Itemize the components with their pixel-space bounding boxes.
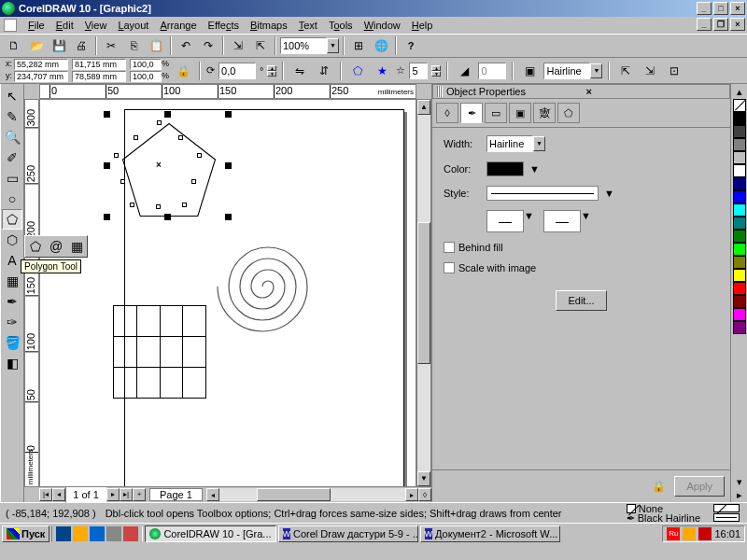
convert-curves-button[interactable]: ⊡ <box>664 61 684 81</box>
tray-icon-1[interactable] <box>683 527 696 540</box>
last-page-button[interactable]: ▸| <box>120 488 133 501</box>
swatch-green[interactable] <box>733 230 746 243</box>
outline-width-panel-value[interactable]: Hairline <box>486 135 533 152</box>
chevron-down-icon[interactable]: ▼ <box>533 136 545 151</box>
grip-icon[interactable] <box>437 86 443 97</box>
pentagon-shape[interactable]: × <box>113 119 225 221</box>
menu-layout[interactable]: Layout <box>112 18 154 33</box>
star-shape-button[interactable]: ★ <box>372 61 392 81</box>
swatch-teal[interactable] <box>733 217 746 230</box>
mirror-v-button[interactable]: ⇵ <box>314 61 334 81</box>
apply-button[interactable]: Apply <box>674 476 725 497</box>
scroll-right-button[interactable]: ▸ <box>405 488 418 501</box>
behind-fill-checkbox[interactable]: Behind fill <box>444 242 719 253</box>
menu-arrange[interactable]: Arrange <box>154 18 202 33</box>
wrap-button[interactable]: ▣ <box>519 61 540 81</box>
scale-with-image-checkbox[interactable]: Scale with image <box>444 262 719 273</box>
swatch-white[interactable] <box>733 164 746 177</box>
tab-detail[interactable]: ▣ <box>509 103 531 123</box>
ellipse-tool[interactable]: ○ <box>2 189 22 209</box>
to-back-button[interactable]: ⇲ <box>640 61 660 81</box>
pick-tool[interactable]: ↖ <box>2 86 22 106</box>
paste-button[interactable]: 📋 <box>146 35 166 56</box>
swatch-silver[interactable] <box>733 151 746 164</box>
swatch-magenta[interactable] <box>733 308 746 321</box>
sharpness-field[interactable]: 0 <box>478 63 506 79</box>
page-tab[interactable]: Page 1 <box>149 488 203 501</box>
chevron-down-icon[interactable]: ▼ <box>590 63 602 78</box>
document-icon[interactable] <box>4 19 17 32</box>
menu-view[interactable]: View <box>79 18 113 33</box>
y-position-field[interactable]: 234,707 mm <box>14 71 68 82</box>
swatch-none[interactable] <box>733 99 746 112</box>
swatch-black[interactable] <box>733 112 746 125</box>
outline-style-well[interactable] <box>486 186 599 201</box>
zoom-combo[interactable]: 100% ▼ <box>280 37 339 54</box>
corel-online-button[interactable]: 🌐 <box>371 35 391 56</box>
ql-ie-icon[interactable] <box>56 526 71 541</box>
width-field[interactable]: 81,715 mm <box>72 59 126 70</box>
interactive-tool[interactable]: ◧ <box>2 353 22 373</box>
copy-button[interactable]: ⎘ <box>123 35 144 56</box>
chevron-down-icon[interactable]: ▼ <box>604 188 614 199</box>
swatch-red[interactable] <box>733 282 746 295</box>
lock-ratio-button[interactable]: 🔒 <box>173 61 193 81</box>
edit-button[interactable]: Edit... <box>556 290 606 311</box>
status-fill-swatch[interactable] <box>713 504 740 512</box>
swatch-lime[interactable] <box>733 243 746 256</box>
height-field[interactable]: 78,589 mm <box>72 71 126 82</box>
freehand-tool[interactable]: ✐ <box>2 147 22 168</box>
task-word1[interactable]: WCorel Draw дастури 5-9 - ... <box>278 525 418 542</box>
scroll-corner[interactable]: ◊ <box>418 488 431 501</box>
swatch-blue[interactable] <box>733 190 746 203</box>
palette-up-button[interactable]: ▴ <box>737 86 742 99</box>
rectangle-tool[interactable]: ▭ <box>2 168 22 189</box>
swatch-yellow[interactable] <box>733 269 746 282</box>
text-tool[interactable]: A <box>2 250 22 271</box>
drawing-canvas[interactable]: × <box>39 99 416 487</box>
x-position-field[interactable]: 55,282 mm <box>14 59 68 70</box>
tab-internet[interactable]: 🕸 <box>533 103 556 123</box>
tab-fill[interactable]: ◊ <box>436 103 458 123</box>
zoom-value[interactable]: 100% <box>280 37 327 54</box>
ql-desktop-icon[interactable] <box>90 526 105 541</box>
task-word2[interactable]: WДокумент2 - Microsoft W... <box>420 525 560 542</box>
print-button[interactable]: 🖨 <box>71 35 92 56</box>
panel-titlebar[interactable]: Object Properties × <box>432 84 730 99</box>
first-page-button[interactable]: |◂ <box>39 488 52 501</box>
ql-oe-icon[interactable] <box>73 526 88 541</box>
polygon-tool[interactable]: ⬠ <box>2 209 22 230</box>
mdi-restore-button[interactable]: ❐ <box>713 18 728 31</box>
swatch-navy[interactable] <box>733 177 746 190</box>
chevron-down-icon[interactable]: ▼ <box>581 210 591 232</box>
vertical-scrollbar[interactable]: ▲ ▼ <box>416 99 431 487</box>
fill-tool[interactable]: 🪣 <box>2 332 22 353</box>
cut-button[interactable]: ✂ <box>101 35 121 56</box>
eyedropper-tool[interactable]: ✒ <box>2 291 22 312</box>
outline-width-combo-panel[interactable]: Hairline ▼ <box>486 135 545 152</box>
vertical-ruler[interactable]: 300 250 200 150 100 50 0 millimeters <box>24 99 39 487</box>
mdi-minimize-button[interactable]: _ <box>697 18 712 31</box>
outline-color-well[interactable] <box>486 161 524 176</box>
add-page-button[interactable]: + <box>133 488 146 501</box>
mirror-h-button[interactable]: ⇋ <box>289 61 310 81</box>
polygon-shape-button[interactable]: ⬠ <box>347 61 368 81</box>
menu-bitmaps[interactable]: Bitmaps <box>245 18 293 33</box>
chevron-down-icon[interactable]: ▼ <box>529 163 540 175</box>
palette-down-button[interactable]: ▾ <box>737 476 742 489</box>
redo-button[interactable]: ↷ <box>198 35 218 56</box>
scale-y-field[interactable]: 100,0 <box>130 71 162 82</box>
tab-outline[interactable]: ✒ <box>460 103 483 123</box>
save-button[interactable]: 💾 <box>49 35 69 56</box>
scroll-left-button[interactable]: ◂ <box>206 488 219 501</box>
whatsthis-button[interactable]: ? <box>401 35 421 56</box>
prev-page-button[interactable]: ◂ <box>52 488 65 501</box>
flyout-polygon-tool[interactable]: ⬠ <box>25 236 46 257</box>
flyout-graph-tool[interactable]: ▦ <box>66 236 87 257</box>
outline-width-combo[interactable]: Hairline ▼ <box>543 63 602 79</box>
swatch-purple[interactable] <box>733 321 746 334</box>
swatch-maroon[interactable] <box>733 295 746 308</box>
interactive-fill-tool[interactable]: ▦ <box>2 271 22 291</box>
mdi-close-button[interactable]: × <box>730 18 745 31</box>
menu-help[interactable]: Help <box>406 18 439 33</box>
